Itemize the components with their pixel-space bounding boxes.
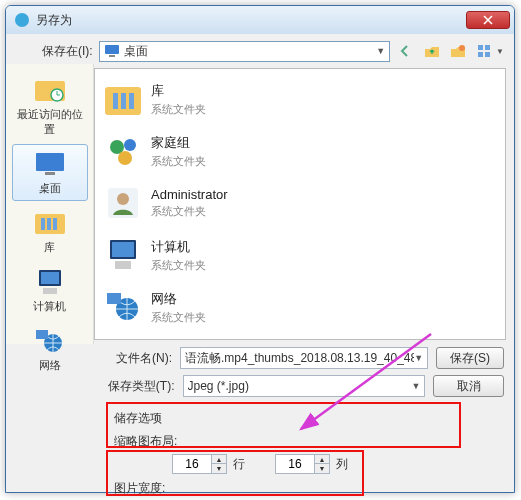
cols-unit: 列 xyxy=(336,456,348,473)
item-name: 网络 xyxy=(151,290,206,308)
filename-input[interactable]: 语流畅.mp4_thumbs_2018.08.13.19_40_48 ▼ xyxy=(180,347,428,369)
cancel-button[interactable]: 取消 xyxy=(433,375,504,397)
svg-point-29 xyxy=(117,193,129,205)
window-title: 另存为 xyxy=(36,12,72,29)
user-icon xyxy=(103,183,143,223)
save-button[interactable]: 保存(S) xyxy=(436,347,504,369)
place-network[interactable]: 网络 xyxy=(12,321,88,378)
svg-rect-24 xyxy=(129,93,134,109)
svg-rect-20 xyxy=(36,330,48,339)
place-recent[interactable]: 最近访问的位置 xyxy=(12,70,88,142)
svg-rect-34 xyxy=(107,293,121,304)
spin-up-icon[interactable]: ▲ xyxy=(315,455,329,464)
filename-value: 语流畅.mp4_thumbs_2018.08.13.19_40_48 xyxy=(185,350,414,367)
svg-rect-23 xyxy=(121,93,126,109)
view-menu-button[interactable] xyxy=(474,41,494,61)
list-item[interactable]: 家庭组系统文件夹 xyxy=(99,125,501,177)
image-width-label: 图片宽度: xyxy=(114,480,514,497)
place-label: 桌面 xyxy=(15,181,85,196)
chevron-down-icon: ▼ xyxy=(414,353,423,363)
list-item[interactable]: 库系统文件夹 xyxy=(99,73,501,125)
svg-point-26 xyxy=(124,139,136,151)
svg-rect-5 xyxy=(485,45,490,50)
svg-point-0 xyxy=(15,13,29,27)
look-in-row: 保存在(I): 桌面 ▼ ▼ xyxy=(6,34,514,64)
item-sub: 系统文件夹 xyxy=(151,204,228,219)
libraries-icon xyxy=(33,208,67,238)
item-sub: 系统文件夹 xyxy=(151,258,206,273)
svg-rect-2 xyxy=(109,55,115,57)
file-list[interactable]: 库系统文件夹 家庭组系统文件夹 Administrator系统文件夹 计算机系统… xyxy=(94,68,506,340)
rows-spinner[interactable]: ▲▼ xyxy=(172,454,227,474)
svg-rect-7 xyxy=(485,52,490,57)
close-button[interactable] xyxy=(466,11,510,29)
rows-input[interactable] xyxy=(173,457,211,471)
save-in-label: 保存在(I): xyxy=(42,43,93,60)
place-libraries[interactable]: 库 xyxy=(12,203,88,260)
svg-point-27 xyxy=(118,151,132,165)
app-icon xyxy=(14,12,30,28)
svg-rect-14 xyxy=(47,218,51,230)
svg-rect-1 xyxy=(105,45,119,54)
svg-rect-17 xyxy=(41,272,59,284)
network-icon xyxy=(103,287,143,327)
rows-unit: 行 xyxy=(233,456,245,473)
desktop-icon xyxy=(33,149,67,179)
save-in-value: 桌面 xyxy=(124,43,148,60)
svg-rect-13 xyxy=(41,218,45,230)
places-bar: 最近访问的位置 桌面 库 计算机 网络 xyxy=(6,64,94,344)
save-in-combo[interactable]: 桌面 ▼ xyxy=(99,41,390,62)
chevron-down-icon: ▼ xyxy=(412,381,421,391)
spin-down-icon[interactable]: ▼ xyxy=(212,464,226,473)
close-icon xyxy=(483,15,493,25)
up-one-level-button[interactable] xyxy=(422,41,442,61)
chevron-down-icon[interactable]: ▼ xyxy=(496,47,504,56)
filetype-label: 保存类型(T): xyxy=(106,378,175,395)
computer-icon xyxy=(33,267,67,297)
place-computer[interactable]: 计算机 xyxy=(12,262,88,319)
up-icon xyxy=(424,44,440,58)
new-folder-button[interactable] xyxy=(448,41,468,61)
desktop-icon xyxy=(104,44,120,58)
libraries-icon xyxy=(103,79,143,119)
list-item[interactable]: 网络系统文件夹 xyxy=(99,281,501,333)
titlebar: 另存为 xyxy=(6,6,514,34)
homegroup-icon xyxy=(103,131,143,171)
filename-label: 文件名(N): xyxy=(106,350,172,367)
svg-rect-15 xyxy=(53,218,57,230)
spin-down-icon[interactable]: ▼ xyxy=(315,464,329,473)
list-item[interactable]: Administrator系统文件夹 xyxy=(99,177,501,229)
svg-rect-4 xyxy=(478,45,483,50)
back-icon xyxy=(398,44,414,58)
svg-rect-18 xyxy=(43,288,57,294)
item-sub: 系统文件夹 xyxy=(151,154,206,169)
place-label: 计算机 xyxy=(15,299,85,314)
network-icon xyxy=(33,326,67,356)
new-folder-icon xyxy=(450,44,466,58)
filetype-combo[interactable]: Jpeg (*.jpg) ▼ xyxy=(183,375,426,397)
back-button[interactable] xyxy=(396,41,416,61)
chevron-down-icon: ▼ xyxy=(376,46,385,56)
cols-spinner[interactable]: ▲▼ xyxy=(275,454,330,474)
place-desktop[interactable]: 桌面 xyxy=(12,144,88,201)
place-label: 网络 xyxy=(15,358,85,373)
item-sub: 系统文件夹 xyxy=(151,102,206,117)
recent-icon xyxy=(33,75,67,105)
thumb-layout-label: 缩略图布局: xyxy=(114,433,514,450)
filetype-value: Jpeg (*.jpg) xyxy=(188,379,249,393)
list-item[interactable]: 计算机系统文件夹 xyxy=(99,229,501,281)
spin-up-icon[interactable]: ▲ xyxy=(212,455,226,464)
item-name: 家庭组 xyxy=(151,134,206,152)
place-label: 库 xyxy=(15,240,85,255)
svg-rect-11 xyxy=(45,172,55,175)
item-sub: 系统文件夹 xyxy=(151,310,206,325)
svg-rect-32 xyxy=(115,261,131,269)
item-name: 计算机 xyxy=(151,238,206,256)
svg-rect-10 xyxy=(36,153,64,171)
place-label: 最近访问的位置 xyxy=(15,107,85,137)
view-menu-icon xyxy=(476,44,492,58)
save-options-title: 储存选项 xyxy=(6,400,514,429)
cols-input[interactable] xyxy=(276,457,314,471)
save-as-dialog: 另存为 保存在(I): 桌面 ▼ ▼ 最近访问的位置 桌面 xyxy=(5,5,515,493)
svg-rect-31 xyxy=(112,242,134,257)
